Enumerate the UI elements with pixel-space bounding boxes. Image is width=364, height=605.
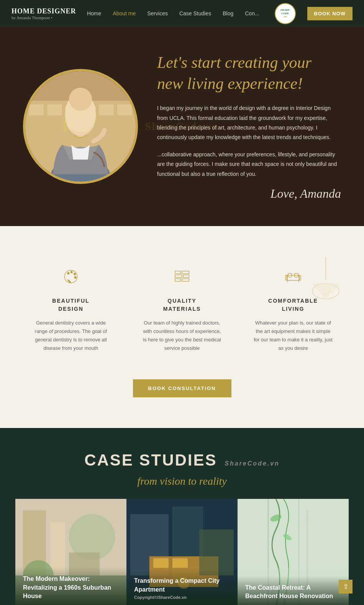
- svg-point-9: [65, 101, 96, 115]
- nav-blog[interactable]: Blog: [223, 10, 233, 16]
- bricks-icon: [171, 264, 193, 287]
- nav-links: Home About me Services Case Studies Blog…: [87, 3, 353, 24]
- case-card-2[interactable]: Transforming a Compact City Apartment Co…: [126, 499, 238, 605]
- features-grid: BEAUTIFULDESIGN General dentistry covers…: [23, 257, 341, 360]
- hero-content: Let's start creating your new living exp…: [157, 52, 341, 201]
- features-btn-wrapper: BOOK CONSULTATION: [23, 379, 341, 397]
- case-card-3-overlay: The Coastal Retreat: A Beachfront House …: [238, 576, 349, 605]
- svg-point-17: [71, 271, 72, 273]
- nav-home[interactable]: Home: [87, 10, 101, 16]
- feature-quality-materials: QUALITYMATERIALS Our team of highly trai…: [134, 257, 230, 360]
- case-studies-header: CASE STUDIES ShareCode.vn from vision to…: [15, 451, 349, 487]
- case-card-3-title: The Coastal Retreat: A Beachfront House …: [245, 584, 341, 601]
- navbar: HOME DESIGNER by Amanda Thompson • Home …: [0, 0, 364, 27]
- brand: HOME DESIGNER by Amanda Thompson •: [11, 7, 76, 20]
- case-studies-watermark: ShareCode.vn: [225, 460, 280, 467]
- case-studies-subtitle: from vision to reality: [15, 475, 349, 487]
- feature-desc-2: Our team of highly trained doctors, with…: [142, 319, 222, 353]
- hero-section: Let's start creating your new living exp…: [0, 27, 364, 226]
- nav-logo-badge: SHARECODE.vn: [275, 3, 296, 24]
- sofa-icon: [282, 264, 305, 287]
- hero-title: Let's start creating your new living exp…: [157, 52, 341, 94]
- hero-paragraph2: ...collaborative approach, where your pr…: [157, 150, 341, 179]
- feature-desc-1: General dentistry covers a wide range of…: [31, 319, 111, 353]
- svg-point-18: [74, 273, 76, 275]
- case-studies-section: CASE STUDIES ShareCode.vn from vision to…: [0, 428, 364, 605]
- book-consultation-button[interactable]: BOOK CONSULTATION: [133, 379, 231, 397]
- case-card-2-overlay: Transforming a Compact City Apartment Co…: [126, 569, 238, 605]
- svg-rect-32: [299, 275, 301, 280]
- svg-line-29: [287, 280, 288, 282]
- palette-icon: [59, 264, 82, 287]
- svg-point-19: [74, 277, 76, 279]
- nav-contact[interactable]: Con...: [245, 10, 259, 16]
- hero-photo: [25, 71, 136, 182]
- svg-rect-23: [183, 275, 189, 278]
- svg-point-11: [83, 116, 87, 120]
- feature-title-1: BEAUTIFULDESIGN: [31, 297, 111, 313]
- hero-image: [23, 69, 138, 184]
- svg-rect-22: [175, 275, 182, 278]
- svg-rect-4: [99, 104, 113, 115]
- case-studies-title: CASE STUDIES ShareCode.vn: [15, 451, 349, 469]
- svg-rect-20: [175, 271, 181, 274]
- svg-point-57: [305, 518, 310, 522]
- case-card-2-title: Transforming a Compact City Apartment Co…: [134, 577, 230, 600]
- scroll-top-button[interactable]: ⇧: [339, 580, 353, 594]
- svg-rect-5: [117, 104, 132, 115]
- svg-rect-46: [172, 558, 188, 568]
- hero-signature: Love, Amanda: [157, 187, 341, 201]
- svg-rect-21: [182, 271, 189, 274]
- svg-rect-45: [153, 558, 169, 568]
- case-card-1-title: The Modern Makeover: Revitalizing a 1960…: [23, 575, 119, 600]
- svg-line-30: [298, 280, 299, 282]
- svg-point-10: [74, 116, 78, 120]
- svg-rect-24: [175, 279, 181, 282]
- svg-rect-25: [182, 279, 189, 282]
- svg-rect-26: [287, 275, 299, 280]
- features-section: BEAUTIFULDESIGN General dentistry covers…: [0, 226, 364, 428]
- feature-beautiful-design: BEAUTIFULDESIGN General dentistry covers…: [23, 257, 119, 360]
- nav-services[interactable]: Services: [147, 10, 168, 16]
- svg-rect-31: [285, 275, 287, 280]
- case-card-1[interactable]: The Modern Makeover: Revitalizing a 1960…: [15, 499, 126, 605]
- hero-photo-svg: [25, 71, 136, 182]
- book-now-button[interactable]: BOOK NOW: [307, 7, 353, 20]
- case-grid: The Modern Makeover: Revitalizing a 1960…: [15, 499, 349, 605]
- feature-title-2: QUALITYMATERIALS: [142, 297, 222, 313]
- hero-paragraph1: I began my journey in the world of desig…: [157, 103, 341, 142]
- svg-rect-2: [29, 104, 44, 115]
- brand-title: HOME DESIGNER: [11, 7, 76, 15]
- svg-point-14: [323, 292, 329, 298]
- nav-about[interactable]: About me: [113, 10, 136, 16]
- svg-point-16: [67, 272, 69, 274]
- case-copyright: Copyright©iShareCode.vn: [134, 595, 230, 600]
- svg-rect-3: [48, 104, 62, 115]
- case-card-3[interactable]: The Coastal Retreat: A Beachfront House …: [238, 499, 349, 605]
- case-card-1-overlay: The Modern Makeover: Revitalizing a 1960…: [15, 567, 126, 605]
- nav-case-studies[interactable]: Case Studies: [179, 10, 211, 16]
- brand-subtitle: by Amanda Thompson •: [11, 15, 76, 20]
- lamp-decoration: [310, 257, 341, 335]
- svg-point-8: [66, 103, 95, 136]
